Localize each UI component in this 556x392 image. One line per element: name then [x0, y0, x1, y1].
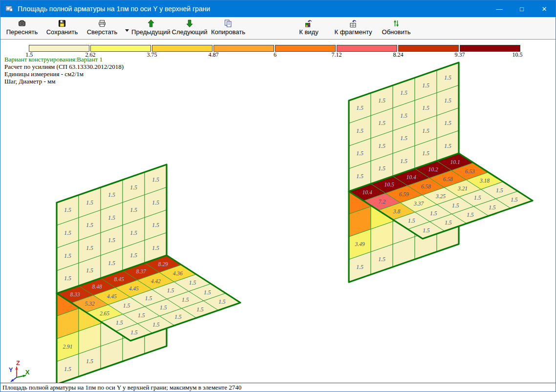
- cell-value-label: 1.5: [189, 280, 196, 286]
- cell-value-label: 1.5: [152, 322, 160, 328]
- cell-value-label: 6.59: [399, 191, 409, 197]
- cell-value-label: 7.2: [379, 199, 386, 205]
- cell-value-label: 1.5: [130, 185, 137, 190]
- cell-value-label: 1.5: [496, 187, 503, 193]
- cell-value-label: 1.5: [378, 120, 385, 126]
- cell-value-label: 3.37: [413, 201, 424, 206]
- cell-value-label: 3.49: [354, 241, 364, 247]
- cell-value-label: 1.5: [467, 212, 474, 218]
- cell-value-label: 1.5: [130, 252, 137, 258]
- cell-value-label: 1.5: [444, 120, 451, 126]
- cell-value-label: 1.5: [86, 222, 93, 228]
- app-window: Площадь полной арматуры на 1пм по оси Y …: [0, 0, 556, 392]
- cell-value-label: 1.5: [474, 195, 481, 201]
- cell-value-label: 4.45: [107, 293, 117, 299]
- cell-value-label: 1.5: [167, 288, 174, 293]
- cell-value-label: 1.5: [445, 220, 452, 226]
- cell-value-label: 8.29: [158, 261, 168, 267]
- cell-value-label: 1.5: [444, 75, 451, 81]
- cell-value-label: 1.5: [123, 303, 130, 309]
- cell-value-label: 1.5: [378, 98, 385, 103]
- cell-value-label: 1.5: [152, 200, 159, 206]
- cell-value-label: 1.5: [64, 207, 71, 213]
- cell-value-label: 1.5: [400, 90, 407, 96]
- cell-value-label: 1.5: [356, 128, 364, 134]
- cell-value-label: 3.18: [479, 178, 490, 184]
- cell-value-label: 1.5: [356, 150, 364, 156]
- cell-value-label: 1.5: [130, 330, 138, 335]
- cell-value-label: 4.36: [173, 270, 183, 276]
- cell-value-label: 1.5: [422, 150, 429, 156]
- cell-value-label: 10.2: [428, 166, 438, 172]
- cell-value-label: 1.5: [444, 143, 451, 149]
- cell-value-label: 2.91: [63, 344, 72, 350]
- cell-value-label: 1.5: [196, 307, 204, 312]
- cell-value-label: 1.5: [152, 177, 159, 183]
- cell-value-label: 1.5: [356, 173, 364, 179]
- cell-value-label: 10.5: [385, 182, 394, 187]
- cell-value-label: 6.53: [465, 168, 475, 174]
- cell-value-label: 1.5: [218, 299, 226, 305]
- cell-value-label: 3.8: [393, 208, 401, 214]
- cell-value-label: 8.37: [136, 268, 147, 274]
- cell-value-label: 1.5: [152, 245, 159, 251]
- cell-value-label: 1.5: [489, 205, 496, 210]
- cell-value-label: 1.5: [422, 128, 429, 134]
- cell-value-label: 1.5: [452, 203, 459, 208]
- cell-value-label: 1.5: [64, 275, 71, 281]
- cell-value-label: 5.32: [85, 301, 95, 307]
- cell-value-label: 10.4: [363, 189, 372, 195]
- cell-value-label: 10.4: [406, 174, 416, 180]
- cell-value-label: 1.5: [444, 98, 451, 103]
- status-text: Площадь полной арматуры на 1пм по оси Y …: [2, 384, 241, 392]
- model-view-canvas[interactable]: 1.51.51.51.51.51.51.51.51.51.51.51.51.51…: [0, 0, 556, 392]
- cell-value-label: 1.5: [160, 305, 167, 310]
- axis-arrow: [15, 367, 18, 370]
- cell-value-label: 1.5: [152, 222, 159, 228]
- cell-value-label: 1.5: [108, 260, 115, 266]
- cell-value-label: 1.5: [138, 312, 145, 318]
- cell-value-label: 3.25: [435, 193, 446, 199]
- cell-value-label: 1.5: [130, 230, 137, 236]
- cell-value-label: 1.5: [430, 210, 437, 216]
- cell-value-label: 1.5: [145, 295, 152, 301]
- cell-value-label: 8.48: [92, 284, 102, 289]
- cell-value-label: 1.5: [174, 314, 182, 320]
- cell-value-label: 8.33: [70, 291, 80, 297]
- cell-value-label: 1.5: [378, 165, 385, 171]
- axis-label-z: Z: [16, 359, 20, 367]
- cell-value-label: 1.5: [64, 230, 71, 236]
- cell-value-label: 1.5: [64, 366, 71, 372]
- cell-value-label: 4.42: [151, 278, 161, 284]
- cell-value-label: 8.45: [114, 276, 124, 282]
- cell-value-label: 1.5: [423, 227, 430, 233]
- cell-value-label: 2.65: [100, 310, 109, 316]
- cell-value-label: 1.5: [204, 289, 211, 295]
- cell-value-label: 1.5: [86, 358, 93, 364]
- cell-value-label: 1.5: [422, 83, 429, 88]
- cell-value-label: 1.5: [182, 297, 189, 303]
- axis-label-y: Y: [9, 366, 13, 373]
- cell-value-label: 1.5: [408, 218, 415, 224]
- cell-value-label: 1.5: [422, 105, 429, 111]
- cell-value-label: 3.21: [457, 186, 468, 191]
- cell-value-label: 4.45: [129, 286, 139, 291]
- cell-value-label: 1.5: [86, 268, 93, 273]
- cell-value-label: 6.58: [443, 176, 453, 182]
- axis-label-x: X: [25, 369, 30, 376]
- cell-value-label: 6.58: [421, 184, 431, 189]
- cell-value-label: 1.5: [400, 135, 407, 141]
- cell-value-label: 10.1: [450, 159, 460, 165]
- cell-value-label: 1.5: [116, 320, 123, 326]
- cell-value-label: 1.5: [86, 245, 93, 251]
- cell-value-label: 1.5: [108, 192, 115, 198]
- cell-value-label: 1.5: [356, 105, 364, 111]
- cell-value-label: 1.5: [108, 215, 115, 221]
- cell-value-label: 1.5: [130, 207, 137, 213]
- cell-value-label: 1.5: [378, 143, 385, 149]
- cell-value-label: 1.5: [378, 256, 385, 262]
- status-bar: Площадь полной арматуры на 1пм по оси Y …: [0, 383, 556, 392]
- cell-value-label: 1.5: [400, 158, 407, 164]
- cell-value-label: 1.5: [356, 264, 364, 270]
- cell-value-label: 1.5: [511, 197, 518, 203]
